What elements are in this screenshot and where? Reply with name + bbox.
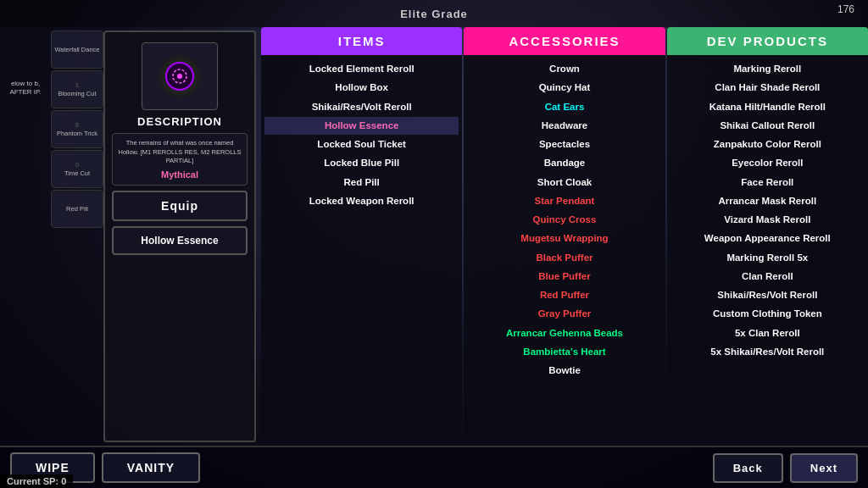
list-item-quincy-cross[interactable]: Quincy Cross [467, 211, 661, 229]
items-body: Locked Element Reroll Hollow Box Shikai/… [261, 55, 462, 446]
svg-point-2 [177, 74, 182, 79]
sidebar-item-label: Time Cut [64, 169, 90, 177]
rarity-label: Mythical [118, 169, 242, 180]
list-item[interactable]: Mugetsu Wrapping [467, 230, 661, 247]
list-item[interactable]: Locked Weapon Reroll [264, 192, 459, 210]
list-item[interactable]: Quincy Hat [467, 79, 661, 97]
items-column: ITEMS Locked Element Reroll Hollow Box S… [261, 27, 462, 446]
list-item[interactable]: Black Puffer [467, 249, 661, 267]
list-item[interactable]: Headware [467, 117, 661, 135]
dev-products-header: DEV PRODUCTS [667, 27, 868, 55]
sp-bar: Current SP: 0 [0, 474, 73, 488]
list-item[interactable]: Face Reroll [670, 174, 865, 191]
main-container: Waterfall Dance 1 Blooming Cut 6 Phantom… [51, 27, 868, 446]
top-bar: Elite Grade 176 [0, 0, 868, 27]
grade-title: Elite Grade [400, 8, 468, 20]
list-item[interactable]: Marking Reroll [670, 60, 865, 78]
list-item[interactable]: 5x Clan Reroll [670, 324, 865, 342]
list-item[interactable]: Shikai Callout Reroll [670, 117, 865, 135]
list-item[interactable]: Weapon Appearance Reroll [670, 230, 865, 247]
item-preview-image [142, 42, 218, 110]
list-item[interactable]: Katana Hilt/Handle Reroll [670, 98, 865, 116]
columns-content: ITEMS Locked Element Reroll Hollow Box S… [261, 27, 868, 446]
bottom-bar: WIPE VANITY Back Next [0, 446, 868, 488]
nav-buttons: Back Next [713, 453, 858, 483]
sidebar-item-label: Blooming Cut [58, 90, 96, 97]
list-item[interactable]: Eyecolor Reroll [670, 154, 865, 172]
list-item[interactable]: Clan Reroll [670, 268, 865, 286]
sidebar-item-label: Red Pill [66, 205, 88, 213]
accessories-header: ACCESSORIES [464, 27, 665, 55]
list-item[interactable]: Locked Element Reroll [264, 60, 459, 78]
description-box: The remains of what was once named Hollo… [112, 133, 248, 186]
description-title: DESCRIPTION [137, 115, 222, 128]
sidebar-item-label: Waterfall Dance [54, 46, 99, 53]
sidebar-item-blooming-cut[interactable]: 1 Blooming Cut [51, 70, 103, 108]
list-item-custom-clothing-token[interactable]: Custom Clothing Token [670, 305, 865, 323]
sidebar-item-label: Phantom Trick [57, 130, 97, 137]
list-item[interactable]: Locked Soul Ticket [264, 136, 459, 153]
description-text: The remains of what was once named Hollo… [118, 139, 242, 166]
back-button[interactable]: Back [713, 453, 783, 483]
list-item[interactable]: Arrancar Mask Reroll [670, 192, 865, 210]
list-item[interactable]: Red Puffer [467, 286, 661, 304]
list-item[interactable]: Blue Puffer [467, 268, 661, 286]
list-item[interactable]: Marking Reroll 5x [670, 249, 865, 267]
equip-button[interactable]: Equip [112, 191, 248, 221]
list-item[interactable]: Bandage [467, 154, 661, 172]
list-item[interactable]: Red Pill [264, 174, 459, 191]
left-sidebar: Waterfall Dance 1 Blooming Cut 6 Phantom… [51, 27, 103, 446]
description-panel: DESCRIPTION The remains of what was once… [103, 30, 256, 442]
list-item[interactable]: Crown [467, 60, 661, 78]
list-item[interactable]: Spectacles [467, 136, 661, 153]
list-item[interactable]: Bowtie [467, 362, 661, 380]
vanity-button[interactable]: VANITY [102, 452, 200, 483]
list-item[interactable]: Zanpakuto Color Reroll [670, 136, 865, 153]
counter: 176 [837, 3, 854, 15]
accessories-body: Crown Quincy Hat Cat Ears Headware Spect… [464, 55, 665, 446]
next-button[interactable]: Next [790, 453, 858, 483]
list-item[interactable]: Shikai/Res/Volt Reroll [670, 286, 865, 304]
list-item[interactable]: Clan Hair Shade Reroll [670, 79, 865, 97]
sidebar-item-red-pill[interactable]: Red Pill [51, 190, 103, 228]
sidebar-item-num: 1 [75, 82, 79, 88]
sidebar-item-time-cut[interactable]: 0 Time Cut [51, 150, 103, 188]
item-icon [159, 55, 201, 97]
sidebar-item-num: 6 [75, 122, 79, 128]
dev-products-column: DEV PRODUCTS Marking Reroll Clan Hair Sh… [667, 27, 868, 446]
selected-item-label: Hollow Essence [112, 226, 248, 255]
list-item[interactable]: Shikai/Res/Volt Reroll [264, 98, 459, 116]
accessories-column: ACCESSORIES Crown Quincy Hat Cat Ears He… [464, 27, 665, 446]
list-item[interactable]: Gray Puffer [467, 305, 661, 323]
left-edge-hint: elow to b, AFTER IP. [0, 76, 51, 101]
list-item-cat-ears[interactable]: Cat Ears [467, 98, 661, 116]
list-item[interactable]: Star Pendant [467, 192, 661, 210]
list-item[interactable]: Hollow Box [264, 79, 459, 97]
list-item[interactable]: Locked Blue Pill [264, 154, 459, 172]
list-item[interactable]: Bambietta's Heart [467, 343, 661, 361]
sidebar-item-num: 0 [75, 162, 79, 168]
list-item[interactable]: Vizard Mask Reroll [670, 211, 865, 229]
items-header: ITEMS [261, 27, 462, 55]
list-item-hollow-essence[interactable]: Hollow Essence [264, 117, 459, 135]
list-item[interactable]: Short Cloak [467, 174, 661, 191]
list-item[interactable]: 5x Shikai/Res/Volt Reroll [670, 343, 865, 361]
hollow-essence-icon [163, 59, 197, 93]
sidebar-item-waterfall-dance[interactable]: Waterfall Dance [51, 30, 103, 69]
sidebar-item-phantom-trick[interactable]: 6 Phantom Trick [51, 110, 103, 148]
dev-products-body: Marking Reroll Clan Hair Shade Reroll Ka… [667, 55, 868, 446]
list-item[interactable]: Arrancar Gehenna Beads [467, 324, 661, 342]
sp-label: Current SP: 0 [7, 476, 66, 486]
columns-area: ITEMS Locked Element Reroll Hollow Box S… [261, 27, 868, 446]
